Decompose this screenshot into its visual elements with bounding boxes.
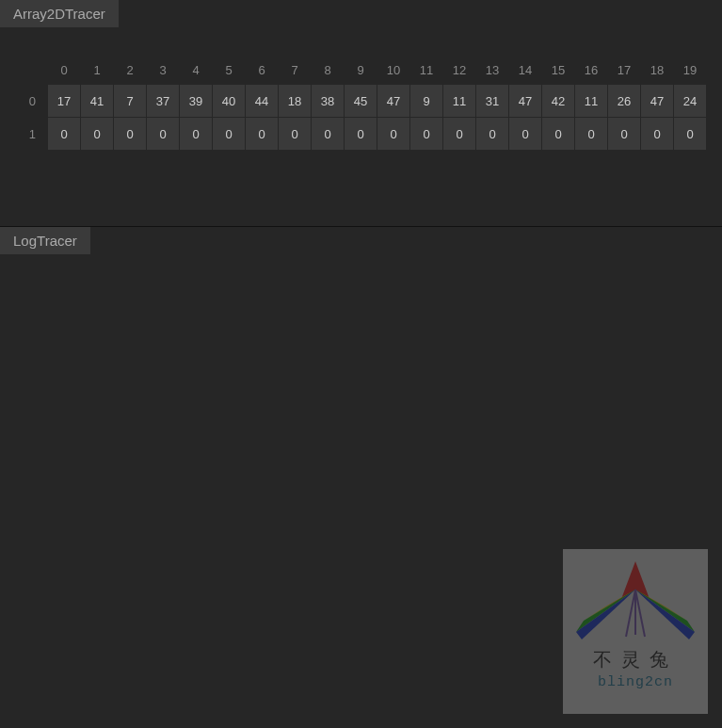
watermark: 不灵兔 bling2cn xyxy=(563,549,708,714)
column-header: 17 xyxy=(608,56,640,84)
array-grid: 0123456789101112131415161718190174173739… xyxy=(9,56,713,150)
grid-cell[interactable]: 24 xyxy=(674,85,706,117)
table-row: 017417373940441838454791131474211264724 xyxy=(9,85,713,117)
grid-cell[interactable]: 0 xyxy=(542,118,574,150)
grid-cell[interactable]: 26 xyxy=(608,85,640,117)
column-header: 3 xyxy=(147,56,179,84)
grid-cell[interactable]: 18 xyxy=(279,85,311,117)
array-panel-title: Array2DTracer xyxy=(0,0,119,27)
column-header: 0 xyxy=(48,56,80,84)
grid-cell[interactable]: 40 xyxy=(213,85,245,117)
grid-cell[interactable]: 0 xyxy=(476,118,508,150)
table-row: 100000000000000000000 xyxy=(9,118,713,150)
row-label: 1 xyxy=(9,127,47,141)
grid-cell[interactable]: 0 xyxy=(509,118,541,150)
column-header-row: 012345678910111213141516171819 xyxy=(9,56,713,84)
grid-cell[interactable]: 42 xyxy=(542,85,574,117)
grid-cell[interactable]: 41 xyxy=(81,85,113,117)
grid-cell[interactable]: 7 xyxy=(114,85,146,117)
column-header: 6 xyxy=(246,56,278,84)
grid-cell[interactable]: 31 xyxy=(476,85,508,117)
array-grid-container: 0123456789101112131415161718190174173739… xyxy=(0,27,722,159)
column-header: 10 xyxy=(377,56,409,84)
array-tracer-panel: Array2DTracer 01234567891011121314151617… xyxy=(0,0,722,227)
grid-cell[interactable]: 0 xyxy=(81,118,113,150)
grid-cell[interactable]: 47 xyxy=(509,85,541,117)
grid-cell[interactable]: 0 xyxy=(279,118,311,150)
column-header: 18 xyxy=(641,56,673,84)
column-header: 1 xyxy=(81,56,113,84)
grid-cell[interactable]: 0 xyxy=(377,118,409,150)
grid-cell[interactable]: 37 xyxy=(147,85,179,117)
grid-cell[interactable]: 0 xyxy=(312,118,344,150)
column-header: 5 xyxy=(213,56,245,84)
column-header: 9 xyxy=(345,56,377,84)
column-header: 2 xyxy=(114,56,146,84)
column-header: 13 xyxy=(476,56,508,84)
grid-cell[interactable]: 11 xyxy=(575,85,607,117)
grid-cell[interactable]: 0 xyxy=(674,118,706,150)
grid-cell[interactable]: 9 xyxy=(410,85,442,117)
log-panel-title: LogTracer xyxy=(0,227,90,254)
grid-cell[interactable]: 0 xyxy=(345,118,377,150)
grid-cell[interactable]: 0 xyxy=(410,118,442,150)
grid-cell[interactable]: 38 xyxy=(312,85,344,117)
grid-cell[interactable]: 44 xyxy=(246,85,278,117)
grid-cell[interactable]: 0 xyxy=(114,118,146,150)
grid-cell[interactable]: 0 xyxy=(48,118,80,150)
column-header: 11 xyxy=(410,56,442,84)
grid-cell[interactable]: 47 xyxy=(377,85,409,117)
grid-cell[interactable]: 0 xyxy=(147,118,179,150)
column-header: 7 xyxy=(279,56,311,84)
grid-cell[interactable]: 45 xyxy=(345,85,377,117)
watermark-text-en: bling2cn xyxy=(598,674,673,690)
column-header: 14 xyxy=(509,56,541,84)
grid-cell[interactable]: 0 xyxy=(641,118,673,150)
column-header: 4 xyxy=(180,56,212,84)
watermark-text-cn: 不灵兔 xyxy=(593,647,678,672)
grid-cell[interactable]: 11 xyxy=(443,85,475,117)
grid-cell[interactable]: 0 xyxy=(213,118,245,150)
grid-cell[interactable]: 47 xyxy=(641,85,673,117)
column-header: 15 xyxy=(542,56,574,84)
grid-cell[interactable]: 0 xyxy=(180,118,212,150)
column-header: 19 xyxy=(674,56,706,84)
grid-cell[interactable]: 0 xyxy=(575,118,607,150)
column-header: 12 xyxy=(443,56,475,84)
kite-icon xyxy=(574,557,697,641)
grid-cell[interactable]: 39 xyxy=(180,85,212,117)
grid-cell[interactable]: 0 xyxy=(443,118,475,150)
grid-cell[interactable]: 0 xyxy=(246,118,278,150)
log-tracer-panel: LogTracer 不灵兔 bling2cn xyxy=(0,227,722,728)
grid-cell[interactable]: 17 xyxy=(48,85,80,117)
grid-cell[interactable]: 0 xyxy=(608,118,640,150)
row-label: 0 xyxy=(9,94,47,108)
column-header: 8 xyxy=(312,56,344,84)
column-header: 16 xyxy=(575,56,607,84)
